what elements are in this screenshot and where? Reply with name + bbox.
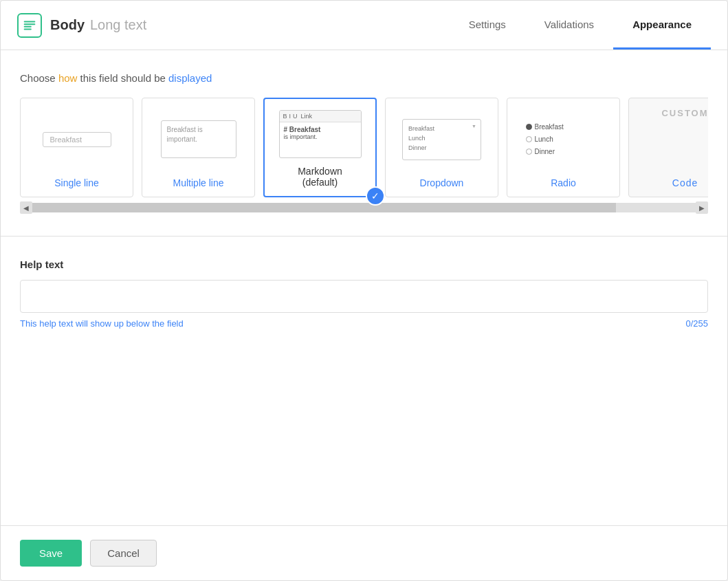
header-subtitle: Long text — [90, 17, 146, 33]
help-text-input[interactable] — [20, 280, 708, 313]
toolbar-b: B — [283, 113, 287, 120]
markdown-body: # Breakfast is important. — [280, 122, 361, 144]
card-multiple-line[interactable]: Breakfast is important. Multiple line — [142, 98, 255, 197]
card-markdown[interactable]: B I U Link # Breakfast is important. — [263, 98, 377, 197]
card-dropdown[interactable]: BreakfastLunchDinner Dropdown — [385, 98, 498, 197]
card-radio[interactable]: Breakfast Lunch Dinner — [507, 98, 620, 197]
markdown-heading: # Breakfast — [284, 126, 357, 133]
card-dropdown-label: Dropdown — [420, 177, 464, 188]
radio-item-lunch: Lunch — [526, 133, 602, 146]
display-section: Choose how this field should be displaye… — [20, 72, 708, 214]
modal-container: Body Long text Settings Validations Appe… — [0, 0, 728, 581]
toolbar-i: I — [289, 113, 291, 120]
markdown-text: is important. — [284, 133, 357, 140]
toolbar-u: U — [293, 113, 298, 120]
cancel-button[interactable]: Cancel — [90, 540, 157, 567]
scrollbar-track[interactable] — [32, 203, 696, 212]
multiple-line-preview: Breakfast is important. — [161, 120, 236, 158]
display-options-wrapper: Breakfast Single line Breakfast is impor… — [20, 98, 708, 214]
single-line-input-preview: Breakfast — [43, 132, 111, 147]
card-single-line-label: Single line — [54, 177, 99, 188]
card-code[interactable]: CUSTOM Code — [628, 98, 708, 197]
radio-circle-dinner — [526, 149, 532, 155]
main-content: Choose how this field should be displaye… — [1, 50, 727, 525]
custom-label: CUSTOM — [661, 108, 708, 118]
header: Body Long text Settings Validations Appe… — [1, 1, 727, 50]
toolbar-link: Link — [301, 113, 313, 120]
card-markdown-preview: B I U Link # Breakfast is important. — [272, 109, 368, 159]
help-meta: This help text will show up below the fi… — [20, 318, 708, 329]
card-multiple-line-preview: Breakfast is important. — [149, 108, 247, 171]
help-count: 0/255 — [685, 318, 708, 329]
radio-item-breakfast: Breakfast — [526, 121, 602, 133]
footer: Save Cancel — [1, 525, 727, 580]
markdown-preview-box: B I U Link # Breakfast is important. — [279, 110, 362, 158]
radio-preview-box: Breakfast Lunch Dinner — [526, 121, 602, 158]
tab-settings[interactable]: Settings — [450, 1, 525, 50]
scroll-right-arrow[interactable]: ▶ — [696, 201, 708, 214]
tab-appearance[interactable]: Appearance — [613, 1, 711, 50]
radio-item-dinner: Dinner — [526, 146, 602, 158]
header-tabs: Settings Validations Appearance — [450, 1, 711, 50]
card-single-line[interactable]: Breakfast Single line — [20, 98, 133, 197]
title-middle: this field should be — [77, 72, 168, 84]
header-title: Body — [50, 17, 85, 33]
scrollbar-container: ◀ ▶ — [20, 201, 708, 214]
card-multiple-line-label: Multiple line — [173, 177, 224, 188]
body-icon — [17, 13, 42, 38]
card-radio-label: Radio — [551, 177, 576, 188]
radio-circle-breakfast — [526, 124, 532, 130]
markdown-toolbar: B I U Link — [280, 111, 361, 122]
divider — [1, 236, 727, 237]
card-radio-preview: Breakfast Lunch Dinner — [514, 108, 613, 171]
help-hint: This help text will show up below the fi… — [20, 318, 184, 329]
title-field: displayed — [168, 72, 212, 84]
section-title: Choose how this field should be displaye… — [20, 72, 708, 84]
selected-checkmark: ✓ — [366, 186, 385, 206]
scroll-left-arrow[interactable]: ◀ — [20, 201, 32, 214]
title-how: how — [58, 72, 78, 84]
scrollbar-thumb — [32, 203, 616, 212]
card-single-line-preview: Breakfast — [27, 108, 126, 171]
save-button[interactable]: Save — [20, 540, 82, 567]
card-markdown-label: Markdown (default) — [298, 166, 342, 188]
card-code-label: Code — [672, 177, 698, 188]
help-title: Help text — [20, 259, 708, 270]
display-options: Breakfast Single line Breakfast is impor… — [20, 98, 708, 197]
card-dropdown-preview: BreakfastLunchDinner — [393, 108, 491, 171]
tab-validations[interactable]: Validations — [525, 1, 613, 50]
dropdown-preview-box: BreakfastLunchDinner — [402, 119, 481, 160]
title-prefix: Choose — [20, 72, 58, 84]
help-section: Help text This help text will show up be… — [20, 259, 708, 329]
radio-circle-lunch — [526, 136, 532, 142]
